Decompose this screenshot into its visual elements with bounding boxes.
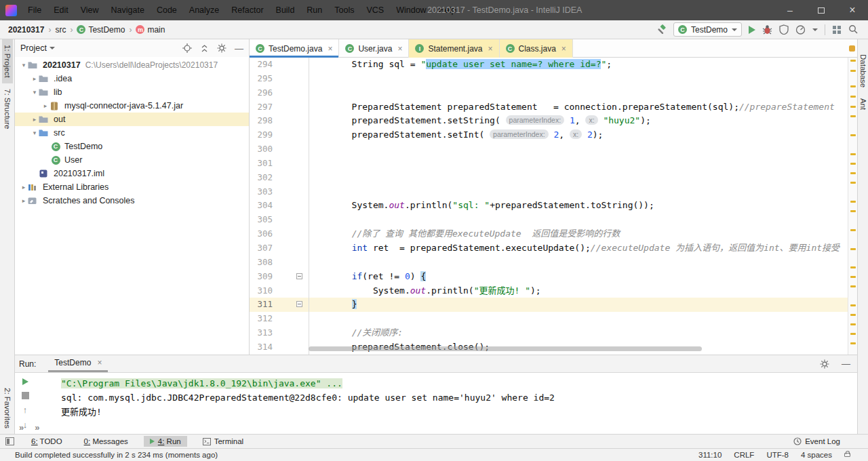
- code-text[interactable]: [309, 213, 848, 227]
- locate-file-icon[interactable]: [182, 43, 192, 53]
- menu-file[interactable]: File: [22, 0, 47, 20]
- hide-panel-icon[interactable]: —: [235, 43, 243, 54]
- menu-view[interactable]: View: [75, 0, 105, 20]
- close-icon[interactable]: ×: [97, 358, 102, 367]
- code-text[interactable]: preparedStatement.setString( parameterIn…: [309, 114, 848, 128]
- tree-row-external-libraries[interactable]: ▸External Libraries: [15, 180, 249, 194]
- fold-marker-icon[interactable]: [296, 301, 302, 307]
- tree-row-scratches-and-consoles[interactable]: ▸Scratches and Consoles: [15, 194, 249, 207]
- status-encoding[interactable]: UTF-8: [766, 451, 789, 459]
- code-text[interactable]: [309, 72, 848, 86]
- code-text[interactable]: String sql = "update user set name=? whe…: [309, 58, 848, 72]
- breadcrumb-item-src[interactable]: src: [55, 25, 66, 35]
- build-hammer-icon[interactable]: [656, 24, 667, 35]
- code-text[interactable]: int ret = preparedStatement.executeUpdat…: [309, 241, 848, 256]
- menu-refactor[interactable]: Refactor: [225, 0, 269, 20]
- toolwindow-button-database[interactable]: Database: [858, 39, 868, 93]
- lock-icon[interactable]: [844, 453, 850, 457]
- close-tab-icon[interactable]: ×: [561, 44, 566, 54]
- project-panel-title[interactable]: Project: [20, 43, 47, 53]
- status-caret-position[interactable]: 311:10: [698, 451, 722, 459]
- tree-row-src[interactable]: ▾src: [15, 126, 249, 140]
- tree-row-20210317-iml[interactable]: 20210317.iml: [15, 167, 249, 180]
- code-text[interactable]: }: [309, 298, 848, 312]
- code-text[interactable]: [309, 185, 848, 199]
- toolwindow-button-favorites[interactable]: 2: Favorites: [2, 382, 13, 434]
- scroll-up-icon[interactable]: ↑: [23, 406, 28, 414]
- error-stripe-scrollbar[interactable]: [848, 58, 857, 355]
- code-text[interactable]: [309, 86, 848, 100]
- breadcrumb-item-testdemo[interactable]: CTestDemo: [77, 25, 125, 35]
- stop-button[interactable]: [22, 392, 29, 399]
- tab-user-java[interactable]: CUser.java×: [339, 39, 409, 58]
- toolwindow-bar-terminal[interactable]: Terminal: [197, 436, 250, 447]
- toolwindow-button-structure[interactable]: 7: Structure: [2, 83, 13, 134]
- console-output[interactable]: "C:\Program Files\Java\jdk1.8.0_192\bin\…: [35, 373, 857, 434]
- tree-row-lib[interactable]: ▾lib: [15, 85, 249, 99]
- tool-windows-layout-icon[interactable]: [832, 25, 842, 35]
- menu-code[interactable]: Code: [151, 0, 183, 20]
- fold-marker-icon[interactable]: [296, 273, 302, 279]
- project-view-dropdown-icon[interactable]: [50, 47, 55, 49]
- tree-row-mysql-connector-java-5-1-47-jar[interactable]: ▸mysql-connector-java-5.1.47.jar: [15, 99, 249, 113]
- code-text[interactable]: //除了 查询 其他都要用executeUpdate 返回值是受影响的行数: [309, 227, 848, 241]
- maximize-button[interactable]: [806, 0, 837, 20]
- hide-run-panel-icon[interactable]: —: [842, 359, 850, 369]
- toolwindow-button-ant[interactable]: Ant: [858, 93, 868, 115]
- tab-statement-java[interactable]: IStatement.java×: [409, 39, 499, 58]
- breadcrumb-item-main[interactable]: mmain: [136, 25, 165, 35]
- debug-button[interactable]: [762, 24, 772, 35]
- menu-edit[interactable]: Edit: [47, 0, 75, 20]
- tree-row--idea[interactable]: ▸.idea: [15, 72, 249, 85]
- toolwindow-button-project[interactable]: 1: Project: [2, 39, 13, 83]
- code-text[interactable]: [309, 171, 848, 185]
- horizontal-scrollbar[interactable]: [309, 346, 702, 351]
- breadcrumb-item-20210317[interactable]: 20210317: [8, 25, 44, 35]
- profiler-button[interactable]: [795, 24, 806, 35]
- minimize-button[interactable]: –: [774, 0, 806, 20]
- toolwindow-bar-4-run[interactable]: 4: Run: [144, 436, 187, 447]
- code-text[interactable]: //关闭顺序:: [309, 326, 848, 340]
- toolwindow-bar-0-messages[interactable]: 0: Messages: [78, 436, 134, 447]
- tab-class-java[interactable]: CClass.java×: [500, 39, 573, 58]
- collapse-all-icon[interactable]: [200, 44, 209, 53]
- rerun-button[interactable]: [22, 378, 28, 385]
- menu-window[interactable]: Window: [390, 0, 432, 20]
- tree-row-testdemo[interactable]: CTestDemo: [15, 140, 249, 153]
- settings-gear-icon[interactable]: [217, 43, 226, 53]
- tree-row-out[interactable]: ▸out: [15, 113, 249, 126]
- menu-navigate[interactable]: Navigate: [105, 0, 151, 20]
- code-text[interactable]: System.out.println("sql: "+preparedState…: [309, 199, 848, 213]
- close-tab-icon[interactable]: ×: [488, 44, 492, 54]
- tab-testdemo-java[interactable]: CTestDemo.java×: [250, 39, 339, 58]
- run-tab[interactable]: TestDemo ×: [48, 355, 108, 372]
- code-text[interactable]: [309, 142, 848, 157]
- run-settings-gear-icon[interactable]: [820, 359, 829, 369]
- menu-tools[interactable]: Tools: [328, 0, 360, 20]
- search-everywhere-icon[interactable]: [848, 24, 859, 35]
- tree-row-user[interactable]: CUser: [15, 153, 249, 167]
- code-text[interactable]: PreparedStatement preparedStatement = co…: [309, 100, 848, 115]
- tree-row-20210317[interactable]: ▾20210317C:\Users\dell\IdeaProjects\2021…: [15, 58, 249, 72]
- close-tab-icon[interactable]: ×: [397, 44, 402, 54]
- close-button[interactable]: ×: [837, 0, 868, 20]
- menu-vcs[interactable]: VCS: [360, 0, 390, 20]
- status-indent[interactable]: 4 spaces: [801, 451, 832, 459]
- code-text[interactable]: [309, 157, 848, 171]
- run-configuration-select[interactable]: C TestDemo: [673, 22, 742, 37]
- run-button[interactable]: [749, 26, 755, 34]
- code-text[interactable]: System.out.println("更新成功! ");: [309, 284, 848, 298]
- chevrons-right-icon[interactable]: »: [19, 422, 24, 433]
- inspections-indicator[interactable]: [849, 45, 855, 52]
- menu-analyze[interactable]: Analyze: [183, 0, 225, 20]
- more-run-options-icon[interactable]: [812, 28, 818, 31]
- menu-run[interactable]: Run: [300, 0, 328, 20]
- menu-build[interactable]: Build: [270, 0, 301, 20]
- toolwindow-bar-event-log[interactable]: Event Log: [787, 436, 846, 447]
- editor-code[interactable]: 294 String sql = "update user set name=?…: [250, 58, 848, 355]
- code-text[interactable]: preparedStatement.setInt( parameterIndex…: [309, 128, 848, 142]
- coverage-button[interactable]: [779, 24, 789, 35]
- toolwindow-bar-6-todo[interactable]: 6: TODO: [25, 436, 68, 447]
- chevrons-right-icon[interactable]: »: [35, 422, 39, 433]
- close-tab-icon[interactable]: ×: [328, 44, 332, 54]
